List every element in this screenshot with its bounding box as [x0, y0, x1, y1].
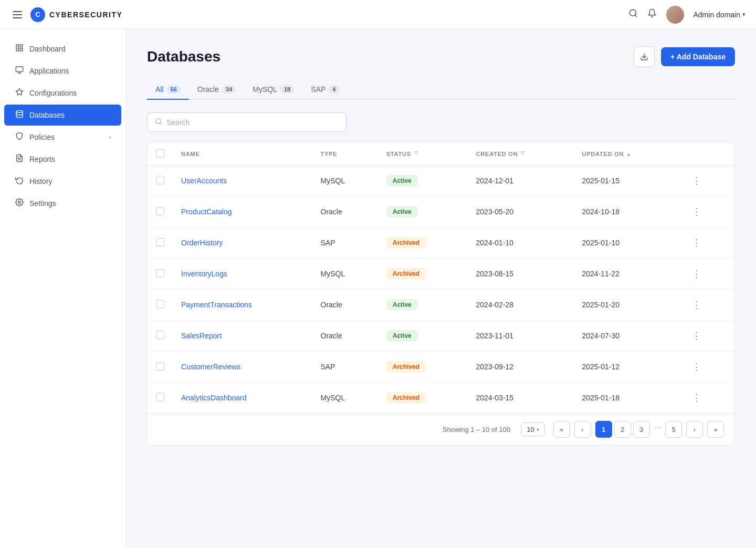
created-on-0: 2024-12-01 — [468, 166, 574, 197]
updated-on-4: 2025-01-20 — [573, 289, 679, 320]
page-btn-3[interactable]: 3 — [633, 421, 650, 438]
row-checkbox-6[interactable] — [156, 362, 164, 370]
sidebar-item-databases[interactable]: Databases — [4, 105, 121, 126]
tab-badge-sap: 4 — [329, 85, 339, 94]
updated-on-7: 2025-01-18 — [573, 382, 679, 413]
status-filter-icon[interactable] — [413, 150, 419, 158]
page-btn-5[interactable]: 5 — [665, 421, 682, 438]
download-button[interactable] — [634, 46, 655, 67]
next-page-button[interactable]: › — [686, 421, 703, 438]
chevron-down-icon: ▾ — [742, 11, 746, 18]
col-name: NAME — [181, 151, 304, 157]
db-name-0[interactable]: UserAccounts — [181, 177, 227, 185]
search-icon[interactable] — [628, 8, 638, 20]
col-type: TYPE — [321, 151, 370, 157]
sidebar-label-configurations: Configurations — [29, 89, 111, 97]
sidebar-item-settings[interactable]: Settings — [4, 193, 121, 214]
configurations-icon — [15, 88, 24, 98]
avatar[interactable] — [666, 6, 684, 24]
add-database-button[interactable]: + Add Database — [661, 47, 735, 66]
db-type-5: Oracle — [312, 320, 378, 351]
row-more-btn-2[interactable]: ⋮ — [688, 235, 706, 251]
tab-sap[interactable]: SAP4 — [302, 80, 348, 100]
db-name-4[interactable]: PaymentTransactions — [181, 301, 252, 309]
col-updated-on: UPDATED ON ▲ — [582, 151, 670, 157]
page-ellipsis: ... — [652, 421, 663, 438]
row-more-btn-3[interactable]: ⋮ — [688, 266, 706, 282]
db-name-5[interactable]: SalesReport — [181, 332, 222, 340]
db-type-1: Oracle — [312, 197, 378, 228]
tabs-container: All56Oracle34MySQL18SAP4 — [147, 80, 735, 100]
search-input[interactable] — [166, 118, 339, 127]
page-buttons: 123...5 — [595, 421, 682, 438]
sidebar-item-dashboard[interactable]: Dashboard — [4, 38, 121, 59]
svg-rect-3 — [20, 45, 23, 47]
bell-icon[interactable] — [647, 8, 657, 20]
row-more-btn-6[interactable]: ⋮ — [688, 359, 706, 375]
updated-on-5: 2024-07-30 — [573, 320, 679, 351]
svg-marker-9 — [16, 88, 23, 95]
first-page-button[interactable]: « — [553, 421, 570, 438]
row-checkbox-3[interactable] — [156, 269, 164, 277]
page-btn-1[interactable]: 1 — [595, 421, 612, 438]
db-name-7[interactable]: AnalyticsDashboard — [181, 394, 247, 402]
col-created-on: CREATED ON — [476, 150, 565, 158]
row-more-btn-0[interactable]: ⋮ — [688, 173, 706, 189]
tab-badge-all: 56 — [167, 85, 181, 94]
created-on-1: 2023-05-20 — [468, 197, 574, 228]
sidebar-item-configurations[interactable]: Configurations — [4, 82, 121, 104]
row-checkbox-4[interactable] — [156, 300, 164, 308]
sidebar-item-applications[interactable]: Applications — [4, 60, 121, 81]
table-row: CustomerReviews SAP Archived 2023-09-12 … — [148, 351, 734, 382]
row-checkbox-2[interactable] — [156, 238, 164, 246]
row-more-btn-7[interactable]: ⋮ — [688, 390, 706, 406]
admin-label[interactable]: Admin domain ▾ — [694, 11, 746, 19]
sidebar-label-reports: Reports — [29, 155, 111, 163]
tab-label-mysql: MySQL — [253, 85, 277, 94]
prev-page-button[interactable]: ‹ — [574, 421, 591, 438]
table-row: UserAccounts MySQL Active 2024-12-01 202… — [148, 166, 734, 197]
db-type-4: Oracle — [312, 289, 378, 320]
status-badge-7: Archived — [386, 392, 426, 404]
row-checkbox-1[interactable] — [156, 207, 164, 215]
select-all-checkbox[interactable] — [156, 149, 164, 158]
created-filter-icon[interactable] — [520, 150, 526, 158]
row-checkbox-5[interactable] — [156, 331, 164, 339]
tab-mysql[interactable]: MySQL18 — [244, 80, 302, 100]
row-more-btn-5[interactable]: ⋮ — [688, 328, 706, 344]
sidebar-item-history[interactable]: History — [4, 171, 121, 192]
row-checkbox-7[interactable] — [156, 393, 164, 401]
svg-rect-2 — [16, 45, 19, 47]
created-on-7: 2024-03-15 — [468, 382, 574, 413]
created-on-3: 2023-08-15 — [468, 259, 574, 289]
tab-label-all: All — [155, 85, 164, 94]
hamburger-icon[interactable] — [10, 9, 24, 20]
db-name-6[interactable]: CustomerReviews — [181, 363, 241, 371]
tab-label-sap: SAP — [311, 85, 326, 94]
databases-icon — [15, 110, 24, 120]
db-name-1[interactable]: ProductCatalog — [181, 208, 232, 216]
db-type-6: SAP — [312, 351, 378, 382]
row-more-btn-1[interactable]: ⋮ — [688, 204, 706, 220]
per-page-select[interactable]: 10 ▾ — [521, 422, 544, 437]
sidebar-label-settings: Settings — [29, 199, 111, 208]
svg-point-10 — [16, 110, 23, 112]
row-checkbox-0[interactable] — [156, 176, 164, 184]
row-more-btn-4[interactable]: ⋮ — [688, 297, 706, 313]
updated-sort-icon[interactable]: ▲ — [626, 151, 632, 157]
pagination-bar: Showing 1 – 10 of 100 10 ▾ « ‹ 123...5 ›… — [148, 413, 734, 445]
table-row: AnalyticsDashboard MySQL Archived 2024-0… — [148, 382, 734, 413]
db-name-3[interactable]: InventoryLogs — [181, 270, 227, 278]
page-header: Databases + Add Database — [147, 46, 735, 67]
top-header: C CYBERSECURITY Admin domain ▾ — [0, 0, 756, 29]
tab-all[interactable]: All56 — [147, 80, 189, 100]
page-btn-2[interactable]: 2 — [614, 421, 631, 438]
last-page-button[interactable]: » — [707, 421, 724, 438]
sidebar-item-reports[interactable]: Reports — [4, 149, 121, 170]
tab-oracle[interactable]: Oracle34 — [189, 80, 244, 100]
svg-line-16 — [160, 123, 162, 125]
db-name-2[interactable]: OrderHistory — [181, 239, 223, 247]
svg-rect-5 — [16, 48, 19, 51]
sidebar-item-policies[interactable]: Policies › — [4, 127, 121, 148]
svg-point-13 — [18, 201, 20, 203]
